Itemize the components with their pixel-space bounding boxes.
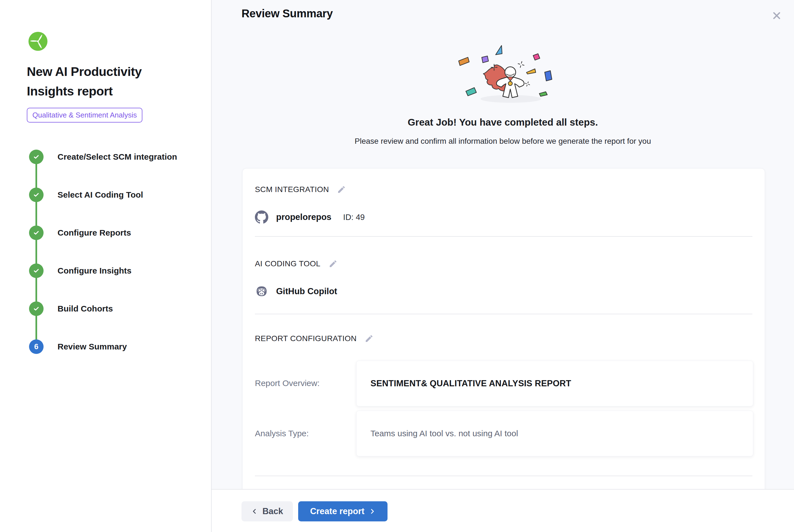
close-icon[interactable]: [770, 9, 783, 22]
report-config-section-label: REPORT CONFIGURATION: [255, 334, 357, 343]
pencil-icon[interactable]: [328, 259, 338, 268]
step-create-select-scm[interactable]: Create/Select SCM integration: [29, 150, 177, 164]
propeller-turbine-icon: [28, 31, 48, 51]
review-summary-panel: Review Summary: [212, 0, 794, 532]
step-number-badge: 6: [29, 339, 43, 354]
step-configure-reports[interactable]: Configure Reports: [29, 226, 131, 240]
step-review-summary[interactable]: 6 Review Summary: [29, 339, 127, 354]
step-check-icon: [29, 301, 43, 316]
step-configure-insights[interactable]: Configure Insights: [29, 264, 132, 278]
pencil-icon[interactable]: [337, 185, 346, 194]
create-report-button[interactable]: Create report: [298, 501, 387, 521]
step-label: Configure Insights: [57, 266, 132, 276]
step-label: Create/Select SCM integration: [57, 152, 177, 162]
congrats-heading: Great Job! You have completed all steps.: [212, 117, 794, 128]
section-divider: [255, 476, 752, 476]
step-check-icon: [29, 264, 43, 278]
step-label: Review Summary: [57, 342, 127, 352]
step-label: Configure Reports: [57, 228, 131, 238]
report-overview-value: SENTIMENT& QUALITATIVE ANALYSIS REPORT: [356, 361, 753, 406]
stepper-connector: [35, 157, 37, 347]
github-copilot-icon: [255, 285, 268, 298]
report-wizard-title: New AI Productivity Insights report: [27, 62, 183, 101]
chevron-left-icon: [251, 508, 258, 515]
analysis-type-value: Teams using AI tool vs. not using AI too…: [356, 411, 753, 456]
analysis-type-label: Analysis Type:: [255, 429, 309, 438]
back-button[interactable]: Back: [242, 501, 293, 521]
step-select-ai-tool[interactable]: Select AI Coding Tool: [29, 188, 143, 202]
summary-card: SCM INTEGRATION propelorepos ID: 49 AI C…: [242, 168, 765, 520]
step-label: Select AI Coding Tool: [57, 190, 143, 200]
scm-integration-id: ID: 49: [343, 213, 365, 222]
step-build-cohorts[interactable]: Build Cohorts: [29, 301, 113, 316]
superhero-confetti-illustration: [445, 41, 574, 108]
ai-tool-name: GitHub Copilot: [276, 286, 337, 297]
chevron-right-icon: [369, 508, 376, 515]
pencil-icon[interactable]: [364, 334, 374, 343]
github-icon: [255, 210, 268, 224]
congrats-subheading: Please review and confirm all informatio…: [212, 137, 794, 146]
wizard-sidebar: New AI Productivity Insights report Qual…: [0, 0, 212, 532]
wizard-footer: Back Create report: [212, 489, 794, 532]
ai-tool-section-label: AI CODING TOOL: [255, 259, 321, 268]
report-config-section-header: REPORT CONFIGURATION: [255, 334, 374, 343]
back-button-label: Back: [262, 506, 283, 516]
section-divider: [255, 314, 752, 314]
section-divider: [255, 236, 752, 237]
step-check-icon: [29, 188, 43, 202]
scm-value-row: propelorepos ID: 49: [255, 210, 365, 224]
create-report-button-label: Create report: [310, 506, 365, 516]
step-check-icon: [29, 150, 43, 164]
scm-section-label: SCM INTEGRATION: [255, 185, 329, 194]
page-title: Review Summary: [242, 7, 333, 20]
ai-tool-value-row: GitHub Copilot: [255, 285, 337, 298]
scm-integration-name: propelorepos: [276, 212, 332, 222]
report-type-badge: Qualitative & Sentiment Analysis: [27, 108, 143, 122]
step-label: Build Cohorts: [57, 304, 113, 314]
step-check-icon: [29, 226, 43, 240]
ai-tool-section-header: AI CODING TOOL: [255, 259, 338, 268]
scm-section-header: SCM INTEGRATION: [255, 185, 346, 194]
report-overview-label: Report Overview:: [255, 379, 320, 388]
